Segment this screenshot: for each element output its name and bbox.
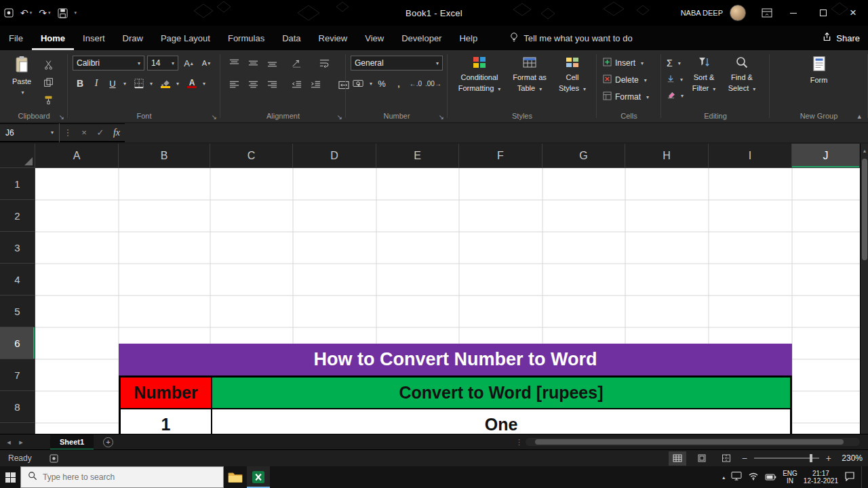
new-sheet-button[interactable]: + <box>103 437 113 447</box>
orientation-icon[interactable] <box>289 56 304 70</box>
row-header[interactable]: 7 <box>0 359 35 391</box>
wrap-text-icon[interactable] <box>317 56 332 70</box>
tab-splitter-grip-icon[interactable]: ⋮ <box>515 438 523 447</box>
tab-review[interactable]: Review <box>310 26 357 50</box>
tab-developer[interactable]: Developer <box>393 26 450 50</box>
decrease-font-size-button[interactable]: A▾ <box>199 56 214 70</box>
font-size-select[interactable]: 14▾ <box>147 56 178 70</box>
zoom-in-button[interactable]: + <box>826 453 831 464</box>
battery-icon[interactable] <box>765 471 776 483</box>
align-right-icon[interactable] <box>264 77 279 92</box>
column-header[interactable]: B <box>119 144 210 168</box>
insert-function-icon[interactable]: fx <box>108 127 125 138</box>
language-indicator[interactable]: ENG IN <box>783 470 797 485</box>
align-bottom-icon[interactable] <box>264 56 279 70</box>
sheet-tab-sheet1[interactable]: Sheet1 <box>50 434 94 450</box>
align-left-icon[interactable] <box>226 77 241 92</box>
formula-input[interactable] <box>125 123 868 142</box>
sheet-nav-prev-icon[interactable]: ◂ <box>3 438 15 447</box>
share-button[interactable]: Share <box>822 26 860 50</box>
name-box[interactable]: J6▾ <box>0 123 60 142</box>
increase-indent-icon[interactable] <box>308 77 323 92</box>
column-header[interactable]: H <box>625 144 709 168</box>
tab-page-layout[interactable]: Page Layout <box>152 26 219 50</box>
cancel-entry-icon[interactable]: × <box>76 127 92 138</box>
zoom-slider[interactable] <box>754 458 819 459</box>
find-select-button[interactable]: Find & Select ▾ <box>724 56 760 107</box>
vertical-scrollbar-thumb[interactable] <box>862 159 867 260</box>
row-header[interactable]: 8 <box>0 391 35 423</box>
sort-filter-button[interactable]: Sort & Filter ▾ <box>686 56 722 107</box>
cell-styles-button[interactable]: Cell Styles ▾ <box>555 56 590 107</box>
format-painter-icon[interactable] <box>41 92 56 107</box>
display-icon[interactable] <box>731 471 742 483</box>
excel-taskbar-icon[interactable] <box>247 466 270 488</box>
taskbar-search[interactable] <box>20 466 224 488</box>
form-button[interactable]: Form <box>801 56 837 107</box>
normal-view-icon[interactable] <box>669 451 686 466</box>
tab-view[interactable]: View <box>356 26 393 50</box>
accounting-format-icon[interactable] <box>351 76 366 91</box>
increase-font-size-button[interactable]: A▴ <box>181 56 196 70</box>
page-layout-view-icon[interactable] <box>693 451 711 466</box>
row-header[interactable]: 4 <box>0 264 35 296</box>
column-header[interactable]: D <box>293 144 376 168</box>
borders-icon[interactable] <box>132 76 146 91</box>
paste-button[interactable]: Paste ▾ <box>7 56 37 107</box>
column-header[interactable]: E <box>376 144 459 168</box>
minimize-button[interactable] <box>778 0 808 26</box>
horizontal-scrollbar[interactable] <box>526 438 860 446</box>
tab-formulas[interactable]: Formulas <box>219 26 273 50</box>
tab-help[interactable]: Help <box>450 26 486 50</box>
column-header-selected[interactable]: J <box>792 144 860 168</box>
column-header[interactable]: A <box>35 144 119 168</box>
number-dialog-launcher-icon[interactable]: ↘ <box>439 113 444 121</box>
start-button[interactable] <box>0 466 20 488</box>
zoom-level-label[interactable]: 230% <box>838 453 863 463</box>
sheet-nav-next-icon[interactable]: ▸ <box>15 438 27 447</box>
column-header[interactable]: I <box>709 144 792 168</box>
close-button[interactable]: × <box>838 0 868 26</box>
underline-button[interactable]: U <box>105 76 120 91</box>
row-header[interactable]: 2 <box>0 200 35 232</box>
fill-color-dropdown-icon[interactable]: ▾ <box>176 81 179 87</box>
accounting-dropdown-icon[interactable]: ▾ <box>370 81 372 87</box>
insert-cells-button[interactable]: Insert▾ <box>603 56 661 70</box>
column-header[interactable]: C <box>210 144 293 168</box>
row-header[interactable]: 5 <box>0 296 35 327</box>
select-all-button[interactable] <box>0 144 35 168</box>
conditional-formatting-button[interactable]: Conditional Formatting ▾ <box>454 56 505 107</box>
comma-style-button[interactable]: , <box>391 76 406 91</box>
collapse-ribbon-icon[interactable]: ▴ <box>857 112 861 121</box>
copy-icon[interactable] <box>41 75 56 89</box>
confirm-entry-icon[interactable]: ✓ <box>92 127 108 138</box>
fill-button[interactable]: ▾ <box>667 72 684 87</box>
maximize-button[interactable] <box>808 0 838 26</box>
percent-style-button[interactable]: % <box>374 76 389 91</box>
clipboard-dialog-launcher-icon[interactable]: ↘ <box>59 113 64 121</box>
wifi-icon[interactable] <box>748 471 759 483</box>
zoom-slider-thumb[interactable] <box>810 454 812 462</box>
align-middle-icon[interactable] <box>245 56 260 70</box>
show-desktop-button[interactable] <box>861 466 864 488</box>
alignment-dialog-launcher-icon[interactable]: ↘ <box>337 113 342 121</box>
page-break-view-icon[interactable] <box>717 451 735 466</box>
font-name-select[interactable]: Calibri▾ <box>73 56 144 70</box>
cell-title-banner[interactable]: How to Convert Number to Word <box>119 344 792 375</box>
fill-color-icon[interactable] <box>158 76 173 91</box>
increase-decimal-button[interactable]: ←.0 <box>408 76 423 91</box>
tab-insert[interactable]: Insert <box>74 26 114 50</box>
user-avatar[interactable] <box>730 5 746 21</box>
format-as-table-button[interactable]: Format as Table ▾ <box>510 56 549 107</box>
font-color-icon[interactable]: A <box>184 76 199 91</box>
bold-button[interactable]: B <box>73 76 87 91</box>
row-header-partial[interactable] <box>0 423 35 434</box>
align-center-icon[interactable] <box>245 77 260 92</box>
record-macro-icon[interactable] <box>50 454 59 463</box>
action-center-icon[interactable] <box>844 471 855 484</box>
row-header-selected[interactable]: 6 <box>0 327 35 359</box>
scroll-up-icon[interactable]: ▴ <box>861 145 868 156</box>
underline-dropdown-icon[interactable]: ▾ <box>123 81 126 87</box>
font-color-dropdown-icon[interactable]: ▾ <box>203 81 205 87</box>
tell-me-box[interactable]: Tell me what you want to do <box>509 32 632 45</box>
